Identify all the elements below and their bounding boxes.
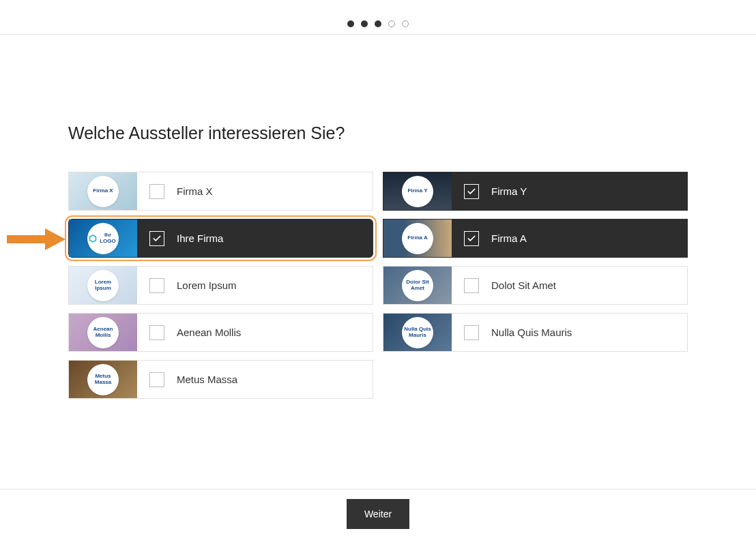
exhibitor-logo: Ihr LOGO xyxy=(87,223,119,254)
exhibitor-label: Dolot Sit Amet xyxy=(491,279,556,291)
exhibitor-card-ihre-firma[interactable]: Ihr LOGOIhre Firma xyxy=(68,219,373,258)
content-area: Welche Aussteller interessieren Sie? Fir… xyxy=(0,35,756,426)
exhibitor-logo: Firma Y xyxy=(402,176,433,207)
exhibitor-logo: Firma A xyxy=(402,223,433,254)
exhibitor-label: Firma A xyxy=(491,232,527,244)
exhibitor-card-lorem-ipsum[interactable]: Lorem IpsumLorem Ipsum xyxy=(68,266,373,305)
exhibitor-label: Aenean Mollis xyxy=(177,327,241,338)
exhibitor-logo-text: Aenean Mollis xyxy=(89,327,117,339)
footer-bar: Weiter xyxy=(0,489,756,544)
exhibitor-thumb: Ihr LOGO xyxy=(69,220,137,257)
exhibitor-label: Ihre Firma xyxy=(177,232,223,244)
exhibitor-thumb: Nulla Quis Mauris xyxy=(383,314,452,351)
exhibitor-logo-text: Dolor Sit Amet xyxy=(403,279,432,292)
exhibitor-thumb: Firma A xyxy=(383,220,452,257)
exhibitor-card-firma-x[interactable]: Firma XFirma X xyxy=(68,172,373,211)
page-container: Welche Aussteller interessieren Sie? Fir… xyxy=(0,0,756,544)
step-dot-5 xyxy=(402,20,409,27)
exhibitor-checkbox[interactable] xyxy=(149,325,164,340)
exhibitor-logo-text: Firma X xyxy=(93,188,113,194)
exhibitor-card-firma-y[interactable]: Firma YFirma Y xyxy=(383,172,688,211)
page-title: Welche Aussteller interessieren Sie? xyxy=(68,123,688,143)
exhibitor-card-metus-massa[interactable]: Metus MassaMetus Massa xyxy=(68,360,373,399)
step-indicator xyxy=(0,0,756,34)
exhibitor-logo: Nulla Quis Mauris xyxy=(402,317,433,348)
exhibitor-label: Firma Y xyxy=(491,185,527,197)
exhibitor-logo: Lorem Ipsum xyxy=(87,270,119,301)
exhibitor-card-nulla-quis-mauris[interactable]: Nulla Quis MaurisNulla Quis Mauris xyxy=(383,313,688,352)
check-icon xyxy=(467,187,476,196)
exhibitor-thumb: Aenean Mollis xyxy=(69,314,137,351)
exhibitor-checkbox[interactable] xyxy=(464,278,479,293)
step-dot-2 xyxy=(361,20,368,27)
exhibitor-logo: Dolor Sit Amet xyxy=(402,270,433,301)
step-dot-1 xyxy=(347,20,354,27)
exhibitor-label: Nulla Quis Mauris xyxy=(491,327,572,338)
check-icon xyxy=(152,234,162,243)
exhibitor-checkbox[interactable] xyxy=(149,278,164,293)
exhibitor-card-aenean-mollis[interactable]: Aenean MollisAenean Mollis xyxy=(68,313,373,352)
exhibitor-thumb: Dolor Sit Amet xyxy=(383,267,452,304)
step-dot-4 xyxy=(388,20,395,27)
exhibitor-label: Firma X xyxy=(177,185,213,197)
exhibitor-label: Lorem Ipsum xyxy=(177,279,237,291)
exhibitor-logo-text: Nulla Quis Mauris xyxy=(403,327,432,339)
exhibitor-grid: Firma XFirma XFirma YFirma YIhr LOGOIhre… xyxy=(68,172,688,399)
exhibitor-logo-text: Lorem Ipsum xyxy=(89,279,117,292)
exhibitor-thumb: Metus Massa xyxy=(69,361,137,398)
exhibitor-label: Metus Massa xyxy=(177,374,237,385)
exhibitor-thumb: Firma X xyxy=(69,172,137,210)
next-button[interactable]: Weiter xyxy=(347,499,409,529)
check-icon xyxy=(467,234,476,243)
exhibitor-logo: Metus Massa xyxy=(87,364,119,395)
exhibitor-checkbox[interactable] xyxy=(464,231,479,246)
exhibitor-logo-text: Metus Massa xyxy=(89,374,117,386)
exhibitor-logo: Firma X xyxy=(87,176,119,207)
exhibitor-checkbox[interactable] xyxy=(149,231,164,246)
exhibitor-thumb: Firma Y xyxy=(383,172,452,210)
exhibitor-checkbox[interactable] xyxy=(149,372,164,387)
exhibitor-logo-text: Firma Y xyxy=(407,188,427,194)
exhibitor-checkbox[interactable] xyxy=(149,184,164,199)
step-dot-3 xyxy=(375,20,381,27)
exhibitor-checkbox[interactable] xyxy=(464,325,479,340)
exhibitor-thumb: Lorem Ipsum xyxy=(69,267,137,304)
exhibitor-checkbox[interactable] xyxy=(464,184,479,199)
exhibitor-logo-text: Ihr LOGO xyxy=(98,232,117,245)
exhibitor-card-firma-a[interactable]: Firma AFirma A xyxy=(383,219,688,258)
exhibitor-card-dolot-sit-amet[interactable]: Dolor Sit AmetDolot Sit Amet xyxy=(383,266,688,305)
exhibitor-logo: Aenean Mollis xyxy=(87,317,119,348)
exhibitor-logo-text: Firma A xyxy=(407,235,428,241)
svg-marker-2 xyxy=(90,235,96,242)
